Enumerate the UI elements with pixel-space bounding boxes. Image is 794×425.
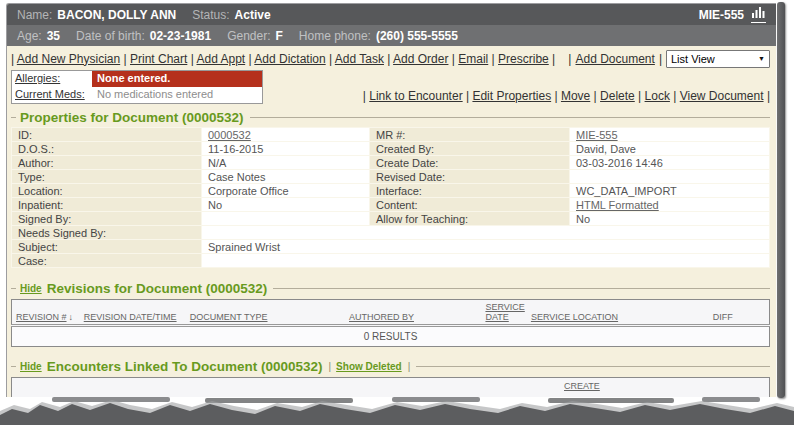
toolbar-link-prescribe[interactable]: Prescribe [498,52,549,66]
prop-label: Inpatient: [12,198,202,212]
properties-row: D.O.S.:11-16-2015Created By:David, Dave [12,142,770,156]
prop-value [202,212,370,226]
revisions-column-revision-date-time[interactable]: REVISION DATE/TIME [80,300,186,326]
bar-chart-icon[interactable] [751,6,766,23]
add-document-link[interactable]: Add Document [575,52,654,66]
toolbar-link-add-appt[interactable]: Add Appt [196,52,245,66]
revisions-column-document-type[interactable]: DOCUMENT TYPE [186,300,345,326]
current-meds-value: No medications entered [92,87,262,103]
revisions-table: REVISION #↓REVISION DATE/TIMEDOCUMENT TY… [11,299,770,347]
prop-label: Needs Signed By: [12,226,202,240]
toolbar-link-add-new-physician[interactable]: Add New Physician [17,52,120,66]
separator [659,52,662,66]
column-label: SERVICE DATE [485,302,524,322]
prop-label: Location: [12,184,202,198]
allergy-and-actions-row: Allergies: None entered. Current Meds: N… [11,70,770,104]
phone-value: (260) 555-5555 [376,29,458,43]
column-label: DIFF [713,312,733,322]
dob-label: Date of birth: [76,29,145,43]
prop-value: Sprained Wrist [202,240,770,254]
properties-row: Type:Case NotesRevised Date: [12,170,770,184]
separator: | [329,361,332,372]
prop-value [570,170,770,184]
allergies-link[interactable]: Allergies: [15,72,60,84]
properties-title: Properties for Document (0000532) [20,110,244,125]
separator: | [408,361,411,372]
revisions-column-revision-[interactable]: REVISION #↓ [12,300,80,326]
doc-action-link-edit-properties[interactable]: Edit Properties [472,89,551,103]
prop-value-link[interactable]: HTML Formatted [576,199,659,211]
encounters-title: Encounters Linked To Document (0000532) [47,359,323,374]
prop-label: Create Date: [370,156,570,170]
view-select[interactable]: List View [666,50,770,68]
chart-toolbar: | Add New Physician | Print Chart | Add … [11,49,770,68]
document-action-links: | Link to Encounter | Edit Properties | … [363,89,770,104]
doc-action-link-view-document[interactable]: View Document [680,89,764,103]
column-label: AUTHORED BY [349,312,414,322]
toolbar-links: | Add New Physician | Print Chart | Add … [11,52,555,66]
toolbar-link-print-chart[interactable]: Print Chart [130,52,187,66]
doc-action-link-link-to-encounter[interactable]: Link to Encounter [369,89,462,103]
prop-label: Subject: [12,240,202,254]
torn-edge-bottom [0,396,794,425]
encounters-section-header: Hide Encounters Linked To Document (0000… [11,359,770,374]
mr-number: MIE-555 [699,8,744,22]
prop-value-link[interactable]: MIE-555 [576,129,618,141]
revisions-results: 0 RESULTS [12,326,770,347]
name-label: Name: [17,8,52,22]
patient-name: BACON, DOLLY ANN [57,8,176,22]
prop-value [202,226,770,240]
doc-action-link-lock[interactable]: Lock [645,89,670,103]
prop-label: ID: [12,128,202,142]
allergies-panel: Allergies: None entered. Current Meds: N… [11,70,263,104]
prop-value: MIE-555 [570,128,770,142]
prop-label: D.O.S.: [12,142,202,156]
separator [568,52,571,66]
toolbar-link-add-dictation[interactable]: Add Dictation [254,52,325,66]
prop-value: Case Notes [202,170,370,184]
chart-content: | Add New Physician | Print Chart | Add … [7,46,776,397]
revisions-column-service-date[interactable]: SERVICE DATE [481,300,526,326]
toolbar-link-add-task[interactable]: Add Task [335,52,384,66]
properties-row: Location:Corporate OfficeInterface:WC_DA… [12,184,770,198]
prop-value: No [570,212,770,226]
prop-value: 11-16-2015 [202,142,370,156]
hide-revisions-link[interactable]: Hide [20,283,42,294]
properties-row: ID:0000532MR #:MIE-555 [12,128,770,142]
status-label: Status: [192,8,229,22]
webchart-window: Name: BACON, DOLLY ANN Status: Active MI… [6,3,776,397]
demographics-bar: Age: 35 Date of birth: 02-23-1981 Gender… [7,25,776,46]
prop-label: Signed By: [12,212,202,226]
current-meds-link[interactable]: Current Meds: [15,88,85,100]
hide-encounters-link[interactable]: Hide [20,361,42,372]
prop-value: David, Dave [570,142,770,156]
prop-value: 03-03-2016 14:46 [570,156,770,170]
doc-action-link-delete[interactable]: Delete [600,89,635,103]
create-column-header: CREATE [564,381,600,391]
prop-label: Case: [12,254,202,268]
revisions-column-authored-by[interactable]: AUTHORED BY [345,300,481,326]
prop-label: Created By: [370,142,570,156]
prop-label: Content: [370,198,570,212]
age-label: Age: [17,29,42,43]
toolbar-link-add-order[interactable]: Add Order [393,52,448,66]
revisions-column-service-location[interactable]: SERVICE LOCATION [527,300,709,326]
revisions-column-diff[interactable]: DIFF [709,300,770,326]
prop-value-link[interactable]: 0000532 [208,129,251,141]
gender-value: F [276,29,283,43]
revisions-title: Revisions for Document (0000532) [47,281,268,296]
column-label: REVISION DATE/TIME [84,312,177,322]
patient-banner: Name: BACON, DOLLY ANN Status: Active MI… [7,4,776,25]
sort-descending-icon: ↓ [69,312,74,322]
prop-label: Author: [12,156,202,170]
show-deleted-link[interactable]: Show Deleted [336,361,402,372]
column-label: SERVICE LOCATION [531,312,618,322]
doc-action-link-move[interactable]: Move [561,89,590,103]
prop-value: WC_DATA_IMPORT [570,184,770,198]
toolbar-link-email[interactable]: Email [458,52,488,66]
prop-label: Type: [12,170,202,184]
properties-section-header: Properties for Document (0000532) [11,110,770,125]
phone-label: Home phone: [299,29,371,43]
prop-label: Interface: [370,184,570,198]
prop-label: MR #: [370,128,570,142]
